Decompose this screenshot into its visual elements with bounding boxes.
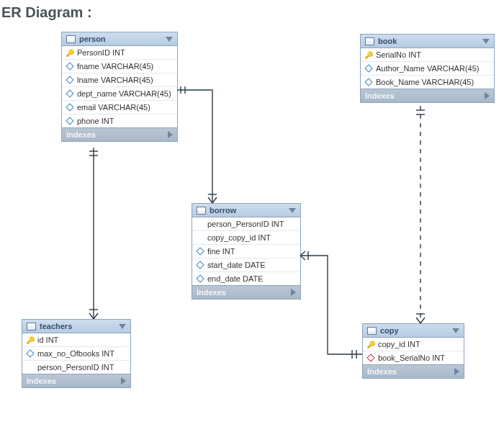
column-text: lname VARCHAR(45) bbox=[77, 76, 153, 84]
entity-header[interactable]: person bbox=[62, 32, 177, 46]
column-text: SerialNo INT bbox=[376, 50, 421, 59]
diamond-blue-icon bbox=[197, 275, 204, 282]
column-row: max_no_Ofbooks INT bbox=[22, 347, 130, 361]
column-text: person_PersonID INT bbox=[207, 220, 284, 228]
column-text: id INT bbox=[37, 336, 58, 344]
column-row: phone INT bbox=[62, 114, 177, 127]
table-icon bbox=[66, 35, 76, 43]
column-text: email VARCHAR(45) bbox=[77, 103, 150, 112]
column-list: 🔑id INTmax_no_Ofbooks INTperson_PersonID… bbox=[22, 333, 130, 374]
diamond-blue-icon bbox=[27, 350, 34, 357]
column-row: book_SerialNo INT bbox=[363, 351, 464, 364]
entity-title: person bbox=[79, 35, 106, 43]
collapse-icon[interactable] bbox=[482, 39, 490, 44]
entity-person[interactable]: person 🔑PersonID INTfname VARCHAR(45)lna… bbox=[61, 32, 178, 142]
diamond-blue-icon bbox=[365, 65, 372, 72]
column-row: email VARCHAR(45) bbox=[62, 101, 177, 114]
key-icon: 🔑 bbox=[27, 336, 34, 343]
column-row: Book_Name VARCHAR(45) bbox=[361, 76, 494, 89]
blank-icon bbox=[197, 220, 204, 228]
column-row: dept_name VARCHAR(45) bbox=[62, 87, 177, 101]
indexes-label: Indexes bbox=[197, 288, 226, 297]
entity-header[interactable]: borrow bbox=[192, 204, 300, 217]
blank-icon bbox=[197, 234, 204, 241]
column-text: start_date DATE bbox=[207, 261, 266, 269]
column-text: copy_copy_id INT bbox=[207, 233, 271, 242]
table-icon bbox=[27, 323, 36, 330]
column-row: start_date DATE bbox=[192, 258, 300, 272]
table-icon bbox=[197, 207, 206, 215]
collapse-icon[interactable] bbox=[119, 324, 126, 329]
column-list: 🔑copy_id INTbook_SerialNo INT bbox=[363, 338, 464, 364]
entity-header[interactable]: book bbox=[361, 35, 494, 48]
collapse-icon[interactable] bbox=[452, 328, 459, 333]
column-row: 🔑PersonID INT bbox=[62, 46, 177, 60]
column-list: 🔑PersonID INTfname VARCHAR(45)lname VARC… bbox=[62, 46, 177, 127]
diamond-blue-icon bbox=[66, 63, 73, 70]
diamond-blue-icon bbox=[365, 78, 372, 86]
indexes-bar[interactable]: Indexes bbox=[62, 127, 177, 141]
expand-icon[interactable] bbox=[485, 92, 490, 99]
column-list: person_PersonID INTcopy_copy_id INTfine … bbox=[192, 217, 300, 285]
entity-header[interactable]: teachers bbox=[22, 320, 130, 333]
indexes-bar[interactable]: Indexes bbox=[363, 364, 464, 378]
entity-title: book bbox=[378, 37, 397, 45]
column-text: end_date DATE bbox=[207, 274, 263, 283]
entity-borrow[interactable]: borrow person_PersonID INTcopy_copy_id I… bbox=[192, 203, 301, 300]
column-list: 🔑SerialNo INTAuthor_Name VARCHAR(45)Book… bbox=[361, 48, 494, 89]
column-row: person_PersonID INT bbox=[22, 361, 130, 374]
entity-title: copy bbox=[380, 326, 399, 335]
diamond-blue-icon bbox=[66, 104, 73, 111]
column-row: end_date DATE bbox=[192, 272, 300, 285]
column-text: fname VARCHAR(45) bbox=[77, 62, 153, 71]
collapse-icon[interactable] bbox=[166, 37, 173, 42]
indexes-label: Indexes bbox=[367, 367, 397, 376]
diamond-blue-icon bbox=[66, 90, 73, 97]
column-text: phone INT bbox=[77, 117, 114, 125]
column-text: person_PersonID INT bbox=[37, 363, 114, 372]
entity-book[interactable]: book 🔑SerialNo INTAuthor_Name VARCHAR(45… bbox=[360, 34, 495, 103]
entity-teachers[interactable]: teachers 🔑id INTmax_no_Ofbooks INTperson… bbox=[22, 319, 131, 388]
column-row: 🔑SerialNo INT bbox=[361, 48, 494, 62]
column-row: copy_copy_id INT bbox=[192, 231, 300, 245]
diamond-blue-icon bbox=[66, 76, 73, 84]
column-text: dept_name VARCHAR(45) bbox=[77, 89, 171, 98]
column-text: copy_id INT bbox=[378, 340, 420, 348]
column-text: book_SerialNo INT bbox=[378, 354, 445, 362]
expand-icon[interactable] bbox=[168, 131, 173, 138]
indexes-label: Indexes bbox=[66, 130, 96, 139]
expand-icon[interactable] bbox=[291, 289, 296, 296]
table-icon bbox=[367, 327, 377, 335]
key-icon: 🔑 bbox=[365, 51, 372, 58]
entity-header[interactable]: copy bbox=[363, 324, 464, 338]
diamond-blue-icon bbox=[197, 261, 204, 269]
indexes-bar[interactable]: Indexes bbox=[22, 374, 130, 387]
column-text: fine INT bbox=[207, 247, 235, 256]
key-icon: 🔑 bbox=[66, 49, 73, 56]
diamond-blue-icon bbox=[197, 248, 204, 255]
expand-icon[interactable] bbox=[454, 368, 459, 375]
column-text: max_no_Ofbooks INT bbox=[37, 349, 114, 358]
column-row: lname VARCHAR(45) bbox=[62, 73, 177, 87]
collapse-icon[interactable] bbox=[289, 208, 296, 213]
indexes-bar[interactable]: Indexes bbox=[192, 285, 300, 299]
entity-title: borrow bbox=[210, 206, 236, 215]
entity-title: teachers bbox=[40, 322, 72, 330]
diamond-blue-icon bbox=[66, 117, 73, 125]
indexes-bar[interactable]: Indexes bbox=[361, 89, 494, 102]
indexes-label: Indexes bbox=[27, 377, 56, 385]
column-row: Author_Name VARCHAR(45) bbox=[361, 62, 494, 76]
key-icon: 🔑 bbox=[367, 341, 374, 348]
column-text: Book_Name VARCHAR(45) bbox=[376, 78, 474, 86]
table-icon bbox=[365, 37, 374, 45]
column-row: fine INT bbox=[192, 245, 300, 258]
column-text: PersonID INT bbox=[77, 48, 125, 57]
diamond-red-icon bbox=[367, 354, 374, 361]
column-row: 🔑copy_id INT bbox=[363, 338, 464, 351]
column-text: Author_Name VARCHAR(45) bbox=[376, 64, 479, 73]
entity-copy[interactable]: copy 🔑copy_id INTbook_SerialNo INT Index… bbox=[362, 323, 464, 379]
column-row: fname VARCHAR(45) bbox=[62, 60, 177, 73]
expand-icon[interactable] bbox=[121, 377, 126, 384]
column-row: person_PersonID INT bbox=[192, 217, 300, 231]
blank-icon bbox=[27, 364, 34, 371]
